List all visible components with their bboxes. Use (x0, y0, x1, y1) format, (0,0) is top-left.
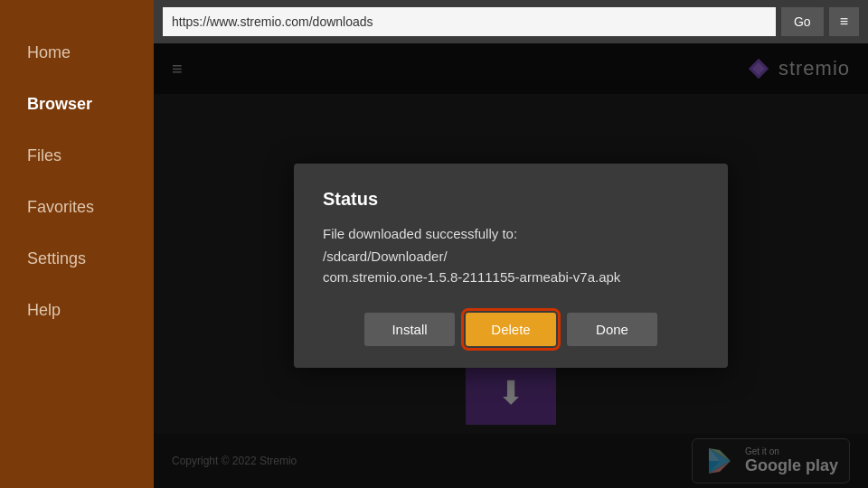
dialog-filepath: /sdcard/Downloader/com.stremio.one-1.5.8… (323, 247, 699, 287)
sidebar: Home Browser Files Favorites Settings He… (0, 0, 154, 488)
delete-button[interactable]: Delete (466, 313, 556, 346)
sidebar-item-settings[interactable]: Settings (0, 233, 154, 285)
main-area: Go ≡ ≡ stremio ⬇ Copyright © (154, 0, 868, 488)
url-input[interactable] (163, 7, 776, 36)
dialog-buttons: Install Delete Done (323, 313, 699, 346)
sidebar-item-favorites[interactable]: Favorites (0, 182, 154, 233)
dialog-overlay: Status File downloaded successfully to: … (154, 43, 868, 488)
sidebar-item-help[interactable]: Help (0, 285, 154, 336)
dialog-message: File downloaded successfully to: (323, 226, 699, 241)
browser-content: ≡ stremio ⬇ Copyright © 2022 Stremio (154, 43, 868, 488)
install-button[interactable]: Install (364, 313, 455, 346)
done-button[interactable]: Done (567, 313, 657, 346)
sidebar-item-files[interactable]: Files (0, 130, 154, 182)
sidebar-item-home[interactable]: Home (0, 27, 154, 79)
sidebar-item-browser[interactable]: Browser (0, 79, 154, 130)
menu-button[interactable]: ≡ (829, 7, 859, 36)
dialog-title: Status (323, 189, 699, 210)
address-bar: Go ≡ (154, 0, 868, 43)
status-dialog: Status File downloaded successfully to: … (294, 164, 728, 368)
go-button[interactable]: Go (781, 7, 824, 36)
